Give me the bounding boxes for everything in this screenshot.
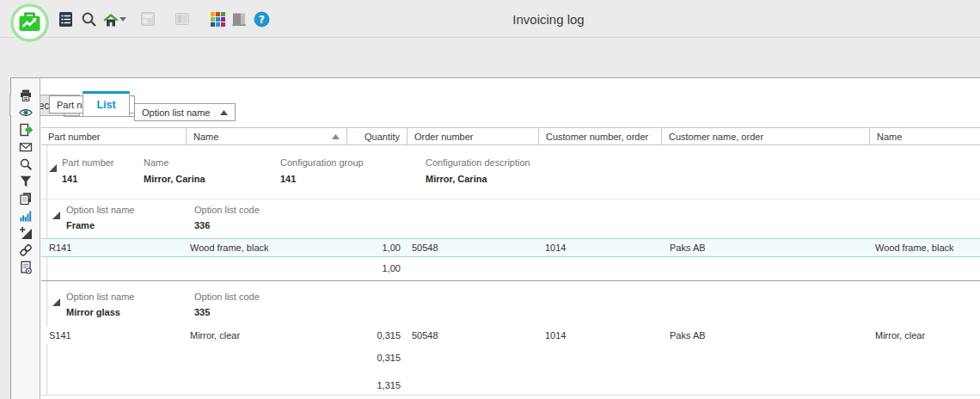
col-name[interactable]: Name [187,128,347,144]
cell-name-2: Wood frame, black [870,242,980,253]
cell-customer-name: Paks AB [662,242,870,253]
sort-asc-icon [220,110,228,115]
cell-name: Wood frame, black [187,242,347,253]
group-field: Part number 141 [62,157,114,184]
cell-part-number: R141 [41,242,187,253]
table-row-s141[interactable]: S141 Mirror, clear 0,315 50548 1014 Paks… [41,327,980,344]
groupby-chip-label: Option list name [142,107,210,118]
cell-quantity: 1,00 [347,242,407,253]
tab-strip: Selection List [0,38,980,78]
col-quantity[interactable]: Quantity [347,128,407,144]
side-toolbar [11,78,40,399]
email-icon[interactable] [19,140,33,154]
cell-order-number: 50548 [407,330,539,341]
group-end-line [41,395,980,396]
report-book-icon[interactable] [229,0,249,38]
help-icon[interactable]: ? [251,0,272,38]
bar-chart-icon[interactable] [19,209,33,223]
group-subtotal-row: 0,315 [41,349,980,366]
table-row-r141[interactable]: R141 Wood frame, black 1,00 50548 1014 P… [41,238,980,257]
subtotal-value: 0,315 [347,353,407,363]
cell-order-number: 50548 [407,242,539,253]
cell-customer-name: Paks AB [662,330,870,341]
monitor-logo[interactable] [10,3,49,42]
layout-disabled-icon [172,0,193,38]
collapse-group-icon[interactable] [49,160,57,175]
group-subtotal-row: 1,00 [41,260,980,277]
option-group-header-mirror-glass: Option list name Mirror glass Option lis… [41,285,980,323]
search-icon[interactable] [78,0,99,38]
preview-eye-icon[interactable] [19,106,33,120]
copy-icon[interactable] [19,192,33,206]
page-title: Invoicing log [512,0,584,38]
export-icon[interactable] [19,123,33,137]
col-customer-number[interactable]: Customer number, order [539,128,662,144]
col-customer-name[interactable]: Customer name, order [662,128,870,144]
cell-quantity: 0,315 [347,330,407,341]
groupby-chip-option-list-name[interactable]: Option list name [134,103,236,121]
group-field: Configuration group 141 [280,157,364,184]
attachment-icon[interactable] [19,243,33,257]
cell-name-2: Mirror, clear [870,330,980,341]
titlebar: ? Invoicing log [0,0,980,38]
collapse-group-icon[interactable] [52,207,60,223]
group-field: Name Mirror, Carina [144,157,205,184]
group-field: Option list name Frame [66,205,134,230]
column-header-row: Part number Name Quantity Order number C… [41,127,980,145]
sort-asc-icon [332,134,340,139]
collapse-group-icon[interactable] [52,294,60,310]
group-field: Configuration description Mirror, Carina [426,157,530,184]
edit-add-icon[interactable] [19,226,33,240]
group-total-row: 1,315 [41,377,980,394]
svg-text:?: ? [258,13,264,26]
tab-list[interactable]: List [83,91,130,116]
option-group-header-frame: Option list name Frame Option list code … [41,200,980,236]
col-name-2[interactable]: Name [870,128,980,144]
zoom-icon[interactable] [19,157,33,171]
home-dropdown-icon[interactable] [118,0,128,38]
group-field: Option list code 336 [194,205,260,230]
group-field: Option list code 335 [194,292,260,317]
window-disabled-icon [138,0,158,38]
document-preview-icon[interactable] [19,261,33,274]
group-separator [41,280,980,281]
total-value: 1,315 [347,380,407,390]
filter-icon[interactable] [19,175,33,188]
subtotal-value: 1,00 [347,263,407,273]
group-divider [41,199,980,200]
group-field: Option list name Mirror glass [66,292,134,317]
col-order-number[interactable]: Order number [407,128,539,144]
cell-name: Mirror, clear [187,330,347,341]
cell-customer-number: 1014 [539,330,662,341]
print-icon[interactable] [19,89,33,102]
list-icon[interactable] [55,0,76,38]
app-window: ? Invoicing log Selection List [0,0,980,399]
cell-part-number: S141 [41,330,187,341]
col-part-number[interactable]: Part number [41,128,187,144]
cell-customer-number: 1014 [539,242,662,253]
color-palette-icon[interactable] [207,0,228,38]
part-group-header: Part number 141 Name Mirror, Carina Conf… [41,148,980,198]
